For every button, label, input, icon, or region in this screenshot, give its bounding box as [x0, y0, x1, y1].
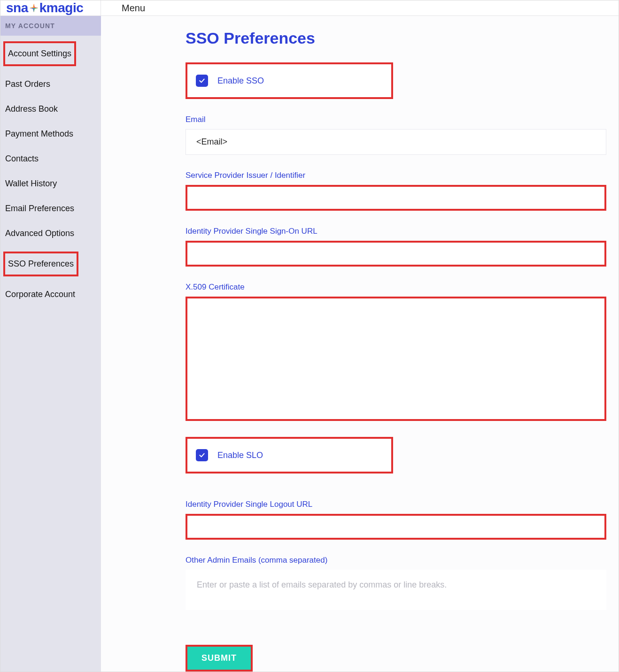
sidebar-item-label: Account Settings: [3, 41, 76, 66]
sidebar-item-advanced-options[interactable]: Advanced Options: [0, 221, 101, 246]
page-title: SSO Preferences: [186, 29, 606, 47]
enable-sso-label: Enable SSO: [217, 76, 264, 86]
sidebar-item-label: Payment Methods: [5, 129, 73, 138]
idp-sso-url-input[interactable]: [186, 241, 606, 267]
sidebar-item-payment-methods[interactable]: Payment Methods: [0, 122, 101, 146]
sidebar-item-account-settings[interactable]: Account Settings: [0, 36, 101, 72]
sidebar-item-label: Wallet History: [5, 179, 57, 188]
idp-slo-url-label: Identity Provider Single Logout URL: [186, 500, 606, 509]
submit-wrap: SUBMIT: [186, 645, 253, 672]
sidebar-item-email-preferences[interactable]: Email Preferences: [0, 196, 101, 221]
email-label: Email: [186, 115, 606, 124]
sidebar-section-header: MY ACCOUNT: [0, 16, 101, 36]
logo-star-icon: [29, 3, 39, 13]
sidebar-item-sso-preferences[interactable]: SSO Preferences: [0, 246, 101, 282]
enable-sso-checkbox[interactable]: [196, 75, 208, 87]
logo[interactable]: sna kmagic: [0, 0, 101, 15]
top-bar: sna kmagic Menu: [0, 0, 619, 16]
enable-sso-panel: Enable SSO: [186, 62, 393, 99]
sidebar-item-label: Past Orders: [5, 79, 50, 89]
submit-button[interactable]: SUBMIT: [187, 647, 251, 670]
sidebar-item-past-orders[interactable]: Past Orders: [0, 72, 101, 97]
sidebar-item-corporate-account[interactable]: Corporate Account: [0, 282, 101, 307]
check-icon: [198, 77, 206, 84]
sp-issuer-label: Service Provider Issuer / Identifier: [186, 171, 606, 180]
sidebar-item-wallet-history[interactable]: Wallet History: [0, 171, 101, 196]
email-input[interactable]: [186, 129, 606, 155]
sidebar-item-contacts[interactable]: Contacts: [0, 146, 101, 171]
menu-button[interactable]: Menu: [101, 3, 145, 14]
check-icon: [198, 451, 206, 459]
sidebar-item-label: SSO Preferences: [3, 252, 78, 276]
enable-slo-label: Enable SLO: [217, 451, 263, 460]
sidebar: MY ACCOUNT Account Settings Past Orders …: [0, 16, 101, 672]
sidebar-item-label: Corporate Account: [5, 290, 75, 299]
sidebar-item-label: Advanced Options: [5, 229, 74, 238]
sp-issuer-input[interactable]: [186, 185, 606, 211]
sidebar-item-label: Contacts: [5, 154, 39, 163]
enable-slo-checkbox[interactable]: [196, 449, 208, 461]
logo-text-post: kmagic: [39, 0, 84, 15]
sidebar-item-address-book[interactable]: Address Book: [0, 97, 101, 122]
idp-slo-url-input[interactable]: [186, 514, 606, 540]
idp-sso-url-label: Identity Provider Single Sign-On URL: [186, 227, 606, 236]
content-area: SSO Preferences Enable SSO Email Service…: [101, 16, 619, 672]
enable-slo-panel: Enable SLO: [186, 437, 393, 473]
admin-emails-label: Other Admin Emails (comma separated): [186, 556, 606, 565]
sidebar-item-label: Address Book: [5, 104, 58, 114]
sidebar-item-label: Email Preferences: [5, 204, 74, 213]
logo-text-pre: sna: [6, 0, 28, 15]
admin-emails-textarea[interactable]: [186, 570, 606, 610]
x509-label: X.509 Certificate: [186, 283, 606, 292]
x509-textarea[interactable]: [186, 297, 606, 421]
